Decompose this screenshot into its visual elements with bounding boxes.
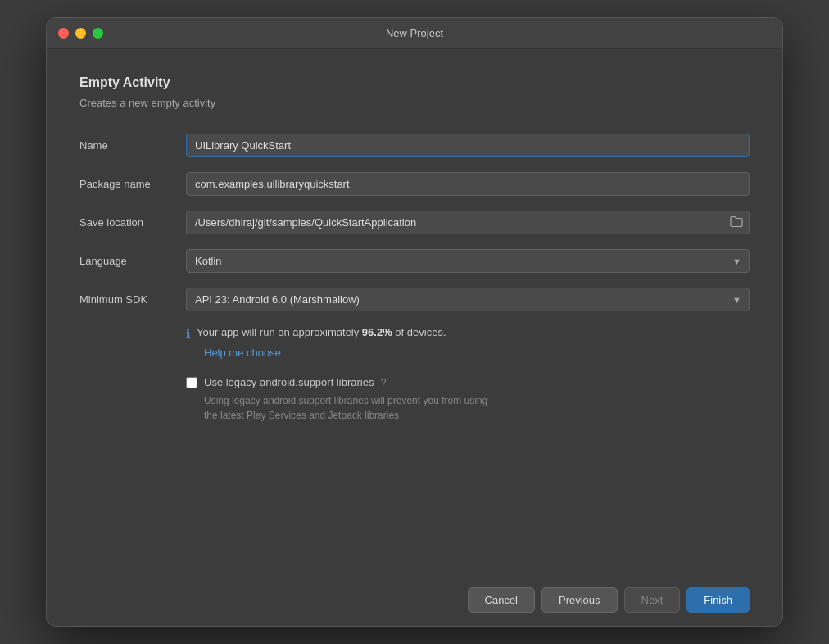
save-location-input[interactable] [186,211,750,234]
legacy-help-icon[interactable]: ? [380,376,386,388]
maximize-button[interactable] [93,28,103,39]
min-sdk-label: Minimum SDK [79,293,186,306]
legacy-desc-line2: the latest Play Services and Jetpack lib… [204,410,399,421]
language-select[interactable]: Kotlin Java [186,249,750,273]
save-location-row: Save location [79,211,750,234]
titlebar: New Project [47,18,782,49]
window-title: New Project [386,27,443,39]
activity-title: Empty Activity [79,75,750,90]
legacy-description: Using legacy android.support libraries w… [204,393,750,423]
info-suffix: of devices. [392,326,446,338]
info-section: ℹ Your app will run on approximately 96.… [186,326,750,360]
info-text: Your app will run on approximately 96.2%… [197,326,446,338]
legacy-checkbox-label: Use legacy android.support libraries [204,376,374,388]
previous-button[interactable]: Previous [541,587,618,613]
footer: Cancel Previous Next Finish [47,574,782,626]
save-location-wrapper [186,211,750,234]
titlebar-buttons [58,28,103,39]
folder-icon[interactable] [730,215,743,229]
info-icon: ℹ [186,327,190,340]
info-row: ℹ Your app will run on approximately 96.… [186,326,750,340]
legacy-desc-line1: Using legacy android.support libraries w… [204,395,487,406]
info-prefix: Your app will run on approximately [197,326,362,338]
min-sdk-select-wrapper: API 21: Android 5.0 (Lollipop) API 22: A… [186,288,750,311]
cancel-button[interactable]: Cancel [468,587,535,613]
save-location-label: Save location [79,216,186,229]
next-button: Next [624,587,681,613]
language-select-wrapper: Kotlin Java ▼ [186,249,750,273]
language-row: Language Kotlin Java ▼ [79,249,750,273]
finish-button[interactable]: Finish [686,587,750,613]
legacy-checkbox-row: Use legacy android.support libraries ? [186,376,750,388]
new-project-window: New Project Empty Activity Creates a new… [46,17,783,627]
package-label: Package name [79,178,186,190]
language-label: Language [79,255,186,267]
name-label: Name [79,139,186,152]
min-sdk-row: Minimum SDK API 21: Android 5.0 (Lollipo… [79,288,750,311]
activity-subtitle: Creates a new empty activity [79,97,750,109]
package-row: Package name [79,172,750,196]
close-button[interactable] [58,28,69,39]
name-input[interactable] [186,134,750,157]
help-link[interactable]: Help me choose [204,347,281,359]
package-input[interactable] [186,172,750,196]
content-area: Empty Activity Creates a new empty activ… [47,49,782,557]
legacy-checkbox[interactable] [186,377,197,388]
minimize-button[interactable] [75,28,86,39]
min-sdk-select[interactable]: API 21: Android 5.0 (Lollipop) API 22: A… [186,288,750,311]
info-coverage: 96.2% [362,326,392,338]
name-row: Name [79,134,750,157]
